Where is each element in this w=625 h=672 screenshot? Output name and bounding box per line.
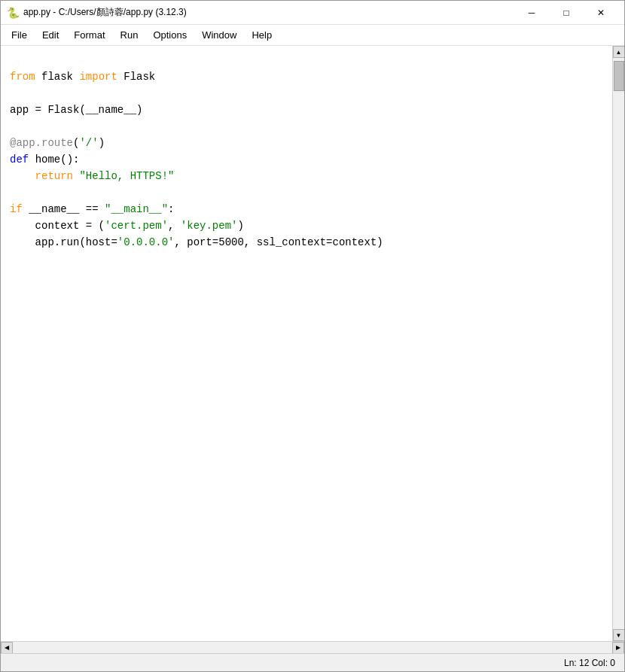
title-bar-controls: ─ □ ✕	[514, 1, 618, 25]
scroll-track-vertical[interactable]	[613, 58, 624, 629]
window-title: app.py - C:/Users/顏詩蓉/app.py (3.12.3)	[23, 6, 187, 19]
scroll-track-horizontal[interactable]	[13, 642, 612, 653]
horizontal-scrollbar[interactable]: ◀ ▶	[1, 641, 624, 653]
menu-help[interactable]: Help	[244, 26, 279, 44]
scroll-up-button[interactable]: ▲	[613, 46, 625, 58]
minimize-button[interactable]: ─	[514, 1, 549, 25]
status-bar: Ln: 12 Col: 0	[1, 653, 624, 671]
scroll-right-button[interactable]: ▶	[612, 642, 624, 654]
menu-bar: File Edit Format Run Options Window Help	[1, 25, 624, 46]
scroll-down-button[interactable]: ▼	[613, 629, 625, 641]
maximize-button[interactable]: □	[549, 1, 584, 25]
vertical-scrollbar[interactable]: ▲ ▼	[612, 46, 624, 641]
code-content: from flask import Flask app = Flask(__na…	[10, 52, 603, 284]
menu-window[interactable]: Window	[194, 26, 244, 44]
menu-run[interactable]: Run	[113, 26, 146, 44]
editor-area: from flask import Flask app = Flask(__na…	[1, 46, 624, 641]
scroll-left-button[interactable]: ◀	[1, 642, 13, 654]
code-editor[interactable]: from flask import Flask app = Flask(__na…	[1, 46, 612, 641]
menu-options[interactable]: Options	[145, 26, 194, 44]
scroll-thumb-vertical[interactable]	[614, 61, 624, 91]
menu-format[interactable]: Format	[66, 26, 112, 44]
title-bar-left: 🐍 app.py - C:/Users/顏詩蓉/app.py (3.12.3)	[7, 6, 187, 19]
title-bar: 🐍 app.py - C:/Users/顏詩蓉/app.py (3.12.3) …	[1, 1, 624, 25]
bottom-area: ◀ ▶ Ln: 12 Col: 0	[1, 641, 624, 671]
main-window: 🐍 app.py - C:/Users/顏詩蓉/app.py (3.12.3) …	[0, 0, 625, 672]
app-icon: 🐍	[7, 7, 19, 19]
close-button[interactable]: ✕	[584, 1, 618, 25]
cursor-position: Ln: 12 Col: 0	[564, 658, 615, 668]
menu-file[interactable]: File	[4, 26, 35, 44]
menu-edit[interactable]: Edit	[35, 26, 66, 44]
